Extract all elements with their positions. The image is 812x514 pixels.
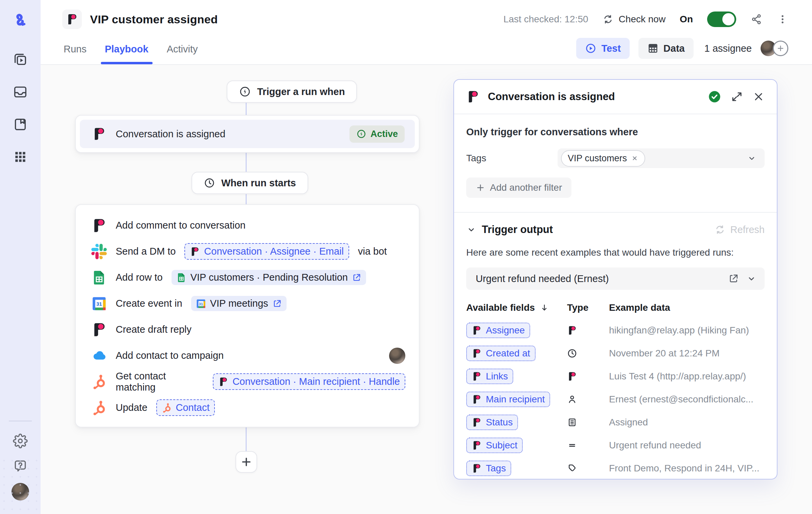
action-row: Add comment to conversation <box>76 212 419 238</box>
settings-gear-icon[interactable] <box>12 433 28 449</box>
front-icon <box>91 322 107 337</box>
front-icon <box>472 417 482 427</box>
hubspot-icon <box>162 403 172 413</box>
enabled-toggle[interactable] <box>707 11 736 27</box>
action-label: Get contact matching <box>116 371 204 393</box>
share-icon[interactable] <box>750 13 763 25</box>
tab-runs[interactable]: Runs <box>62 34 88 64</box>
cloud-app-icon <box>91 348 107 364</box>
front-type-icon <box>567 325 577 335</box>
front-icon <box>472 394 482 404</box>
last-checked-label: Last checked: 12:50 <box>503 14 588 25</box>
front-app-icon <box>62 9 82 29</box>
add-step-button[interactable] <box>235 451 257 473</box>
remove-tag-icon[interactable] <box>631 155 638 162</box>
refresh-icon <box>715 224 725 235</box>
when-run-starts-pill: When run starts <box>191 172 308 194</box>
play-circle-icon <box>585 43 596 54</box>
inbox-icon[interactable] <box>12 84 28 100</box>
status-list-type-icon <box>567 417 577 427</box>
action-row: Update Contact <box>76 395 419 421</box>
refresh-button[interactable]: Refresh <box>715 224 765 235</box>
fields-table-header: Available fields Type Example data <box>466 301 765 315</box>
library-icon[interactable] <box>12 116 28 133</box>
front-icon <box>466 90 480 103</box>
variable-token[interactable]: Contact <box>156 399 215 416</box>
panel-header: Conversation is assigned <box>454 80 777 114</box>
example-data: November 20 at 12:24 PM <box>609 348 765 359</box>
data-button[interactable]: Data <box>638 38 694 59</box>
expand-icon[interactable] <box>731 91 743 103</box>
relay-logo-icon[interactable] <box>12 12 29 30</box>
chevron-down-icon <box>746 274 757 284</box>
action-row: 31 Create event in 31 VIP meetings <box>76 290 419 317</box>
hubspot-icon <box>91 374 107 390</box>
close-icon[interactable] <box>752 91 765 103</box>
tab-activity[interactable]: Activity <box>165 34 199 64</box>
slack-icon <box>91 244 107 259</box>
assignee-count-label: 1 assignee <box>704 43 752 54</box>
front-icon <box>472 463 482 473</box>
field-row: Links Luis Test 4 (http://app.relay.app/… <box>466 365 765 388</box>
panel-title: Conversation is assigned <box>488 91 615 103</box>
action-label: Create event in <box>116 298 182 309</box>
tag-chip[interactable]: VIP customers <box>561 150 645 167</box>
action-label: Create draft reply <box>116 324 191 335</box>
field-token[interactable]: Created at <box>466 346 536 361</box>
field-token[interactable]: Main recipient <box>466 392 550 407</box>
action-label: Add contact to campaign <box>116 350 224 361</box>
variable-token[interactable]: Conversation · Assignee · Email <box>184 243 349 260</box>
field-token[interactable]: Links <box>466 369 513 384</box>
front-icon <box>472 325 482 335</box>
variable-token[interactable]: Conversation · Main recipient · Handle <box>213 373 405 390</box>
action-row: Add contact to campaign <box>76 343 419 369</box>
more-menu-icon[interactable] <box>777 14 788 25</box>
external-link-icon[interactable] <box>728 273 739 284</box>
sort-descending-icon[interactable] <box>540 303 549 312</box>
action-row: Send a DM to Conversation · Assignee · E… <box>76 238 419 264</box>
actions-card[interactable]: Add comment to conversation Send a DM to… <box>75 204 420 427</box>
action-label: Add row to <box>116 272 163 283</box>
bolt-circle-icon <box>239 86 251 98</box>
help-icon[interactable] <box>12 458 28 474</box>
page-title: VIP customer assigned <box>90 13 218 26</box>
trigger-card[interactable]: Conversation is assigned Active <box>75 115 420 153</box>
sidebar <box>0 0 41 514</box>
tab-playbook[interactable]: Playbook <box>104 34 150 64</box>
user-avatar[interactable] <box>12 483 29 500</box>
topbar: VIP customer assigned Last checked: 12:5… <box>41 0 812 65</box>
action-row: Create draft reply <box>76 317 419 343</box>
example-select[interactable]: Urgent refund needed (Ernest) <box>466 267 765 290</box>
check-now-button[interactable]: Check now <box>603 14 666 25</box>
tags-select[interactable]: VIP customers <box>558 148 765 168</box>
example-data: Urgent refund needed <box>609 440 765 451</box>
add-filter-button[interactable]: Add another filter <box>466 178 571 198</box>
bolt-circle-icon <box>356 129 366 139</box>
field-token[interactable]: Subject <box>466 438 523 453</box>
add-assignee-button[interactable] <box>773 41 788 56</box>
check-circle-icon <box>708 90 721 103</box>
playbooks-icon[interactable] <box>12 51 28 68</box>
text-type-icon <box>567 440 577 450</box>
front-icon <box>92 127 106 141</box>
field-row: Subject Urgent refund needed <box>466 434 765 457</box>
apps-grid-icon[interactable] <box>12 149 28 165</box>
field-token[interactable]: Tags <box>466 461 511 476</box>
chevron-down-icon[interactable] <box>466 225 476 235</box>
example-data: Assigned <box>609 417 765 428</box>
plus-icon <box>476 183 485 192</box>
resource-token[interactable]: 31 VIP meetings <box>191 296 287 311</box>
trigger-output-section: Trigger output Refresh Here are some rec… <box>454 213 777 480</box>
front-icon <box>472 348 482 358</box>
resource-token[interactable]: VIP customers · Pending Resolution <box>172 270 366 285</box>
clock-type-icon <box>567 348 577 358</box>
filters-section: Only trigger for conversations where Tag… <box>454 114 777 212</box>
field-token[interactable]: Assignee <box>466 323 530 338</box>
front-icon <box>91 218 107 233</box>
clock-icon <box>204 177 215 189</box>
field-token[interactable]: Status <box>466 415 518 430</box>
front-icon <box>472 371 482 381</box>
table-grid-icon <box>647 43 659 54</box>
front-icon <box>218 377 228 387</box>
test-button[interactable]: Test <box>576 38 629 59</box>
